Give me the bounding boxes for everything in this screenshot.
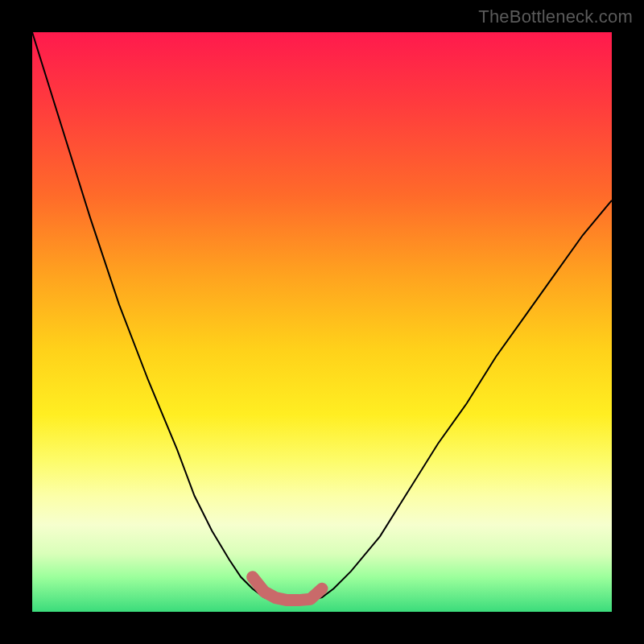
left-curve-line: [32, 32, 275, 601]
trough-marker: [253, 577, 322, 601]
chart-svg: [32, 32, 612, 612]
chart-frame: TheBottleneck.com: [0, 0, 644, 644]
attribution-text: TheBottleneck.com: [478, 6, 633, 27]
right-curve-line: [311, 200, 612, 601]
